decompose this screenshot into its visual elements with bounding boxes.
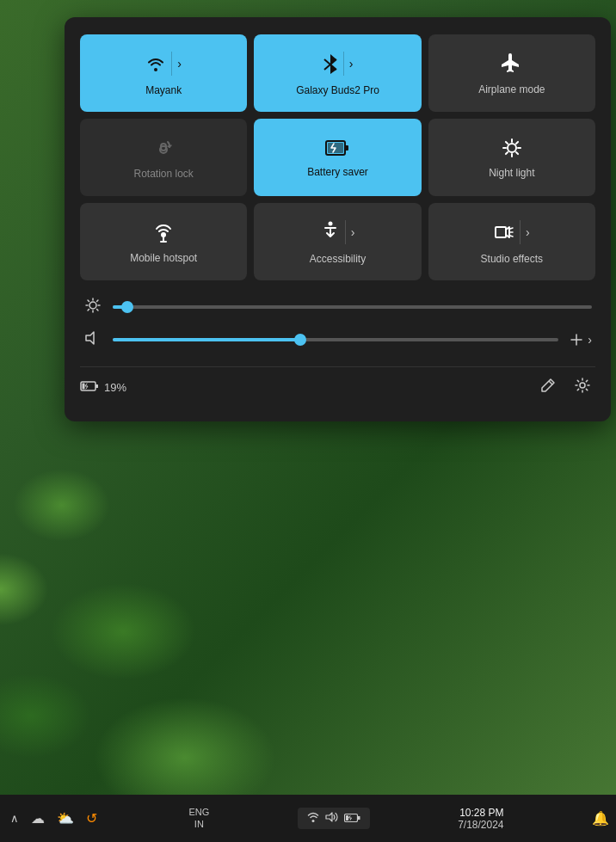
qs-footer: 19% bbox=[80, 366, 595, 401]
svg-line-14 bbox=[506, 152, 508, 154]
svg-line-30 bbox=[97, 310, 98, 310]
svg-point-19 bbox=[328, 222, 332, 226]
tray-battery-icon bbox=[344, 811, 361, 826]
airplane-icon bbox=[501, 52, 523, 75]
brightness-icon bbox=[83, 298, 102, 317]
svg-marker-41 bbox=[326, 813, 332, 821]
svg-line-13 bbox=[516, 152, 518, 154]
wifi-tile-icon-row: › bbox=[145, 52, 182, 76]
taskbar-cloud2-icon[interactable]: ⛅ bbox=[53, 807, 77, 830]
svg-rect-38 bbox=[83, 383, 85, 389]
show-hidden-icons-button[interactable]: ∧ bbox=[7, 808, 22, 828]
tile-bluetooth[interactable]: › Galaxy Buds2 Pro bbox=[254, 34, 421, 112]
tile-studio-effects[interactable]: › Studio effects bbox=[428, 203, 595, 280]
accessibility-divider bbox=[345, 220, 346, 244]
volume-fill bbox=[113, 338, 300, 341]
accessibility-icon-row: › bbox=[321, 220, 355, 244]
brightness-track[interactable] bbox=[113, 305, 592, 309]
tile-mobile-hotspot[interactable]: Mobile hotspot bbox=[80, 203, 247, 280]
svg-point-40 bbox=[580, 383, 585, 388]
wifi-icon bbox=[145, 56, 166, 71]
clock-area[interactable]: 10:28 PM 7/18/2024 bbox=[458, 807, 503, 831]
svg-line-39 bbox=[549, 381, 552, 384]
tile-wifi[interactable]: › Mayank bbox=[80, 34, 247, 112]
tile-night-light[interactable]: Night light bbox=[428, 119, 595, 196]
battery-saver-label: Battery saver bbox=[307, 166, 368, 178]
tile-rotation-lock[interactable]: Rotation lock bbox=[80, 119, 247, 196]
studio-divider bbox=[520, 220, 521, 244]
svg-point-7 bbox=[508, 144, 516, 152]
svg-point-24 bbox=[89, 302, 96, 309]
svg-rect-37 bbox=[95, 384, 98, 388]
clock-date: 7/18/2024 bbox=[458, 819, 503, 831]
taskbar-sync-icon[interactable]: ↺ bbox=[83, 807, 101, 830]
wifi-chevron-icon: › bbox=[177, 57, 182, 71]
bt-chevron-icon: › bbox=[349, 57, 354, 71]
notification-bell-icon[interactable]: 🔔 bbox=[592, 810, 609, 827]
rotation-lock-label: Rotation lock bbox=[133, 168, 193, 180]
bluetooth-label: Galaxy Buds2 Pro bbox=[296, 84, 379, 96]
svg-line-21 bbox=[510, 228, 513, 229]
battery-footer-icon bbox=[80, 380, 99, 396]
wifi-label: Mayank bbox=[145, 84, 182, 96]
tile-battery-saver[interactable]: Battery saver bbox=[254, 119, 421, 196]
mobile-hotspot-label: Mobile hotspot bbox=[130, 252, 197, 264]
clock-time: 10:28 PM bbox=[458, 807, 503, 819]
volume-row: › bbox=[83, 330, 592, 349]
footer-actions bbox=[535, 374, 595, 401]
taskbar-left: ∧ ☁ ⛅ ↺ bbox=[7, 807, 101, 830]
tray-wifi-icon bbox=[306, 811, 320, 826]
quick-settings-panel: › Mayank › Galaxy Buds2 Pro bbox=[65, 17, 611, 421]
airplane-label: Airplane mode bbox=[478, 83, 545, 95]
volume-extra: › bbox=[569, 332, 592, 347]
svg-line-12 bbox=[506, 142, 508, 144]
system-tray[interactable] bbox=[298, 808, 370, 829]
svg-rect-5 bbox=[345, 145, 348, 151]
taskbar: ∧ ☁ ⛅ ↺ ENG IN bbox=[0, 795, 616, 842]
night-light-icon bbox=[502, 138, 522, 158]
volume-settings-chevron-icon[interactable]: › bbox=[588, 333, 592, 347]
accessibility-icon bbox=[321, 221, 340, 243]
wifi-divider bbox=[171, 52, 172, 76]
svg-line-31 bbox=[88, 310, 89, 310]
volume-thumb[interactable] bbox=[294, 334, 306, 346]
sliders-section: › bbox=[80, 298, 595, 349]
tray-volume-icon bbox=[325, 811, 339, 826]
svg-marker-33 bbox=[86, 332, 94, 344]
tiles-grid: › Mayank › Galaxy Buds2 Pro bbox=[80, 34, 595, 280]
brightness-thumb[interactable] bbox=[121, 301, 133, 313]
accessibility-chevron-icon: › bbox=[351, 225, 355, 239]
settings-button[interactable] bbox=[570, 374, 595, 401]
edit-button[interactable] bbox=[535, 374, 561, 401]
tile-accessibility[interactable]: › Accessibility bbox=[254, 203, 421, 280]
rotation-lock-icon bbox=[152, 137, 175, 159]
svg-rect-43 bbox=[357, 816, 360, 820]
svg-rect-44 bbox=[346, 815, 348, 820]
taskbar-lang-section: ENG IN bbox=[188, 807, 209, 829]
tile-airplane[interactable]: Airplane mode bbox=[428, 34, 595, 112]
svg-line-23 bbox=[510, 236, 513, 237]
mobile-hotspot-icon bbox=[152, 221, 175, 243]
bluetooth-icon bbox=[323, 53, 338, 74]
volume-icon bbox=[83, 330, 102, 349]
svg-line-32 bbox=[97, 300, 98, 301]
svg-line-15 bbox=[516, 142, 518, 144]
studio-icon-row: › bbox=[494, 220, 530, 244]
studio-effects-icon bbox=[494, 222, 514, 243]
studio-chevron-icon: › bbox=[526, 225, 530, 239]
battery-saver-icon bbox=[325, 138, 349, 157]
bt-divider bbox=[343, 52, 344, 76]
night-light-label: Night light bbox=[489, 167, 534, 179]
volume-track[interactable] bbox=[113, 338, 558, 341]
taskbar-language[interactable]: ENG IN bbox=[188, 807, 209, 829]
brightness-row bbox=[83, 298, 592, 317]
taskbar-cloud1-icon[interactable]: ☁ bbox=[28, 807, 48, 830]
battery-info: 19% bbox=[80, 380, 126, 396]
studio-effects-label: Studio effects bbox=[481, 253, 544, 265]
accessibility-label: Accessibility bbox=[310, 253, 366, 265]
svg-rect-20 bbox=[496, 227, 506, 237]
svg-line-29 bbox=[88, 300, 89, 301]
battery-percent: 19% bbox=[104, 381, 126, 394]
bt-tile-icon-row: › bbox=[323, 52, 354, 76]
